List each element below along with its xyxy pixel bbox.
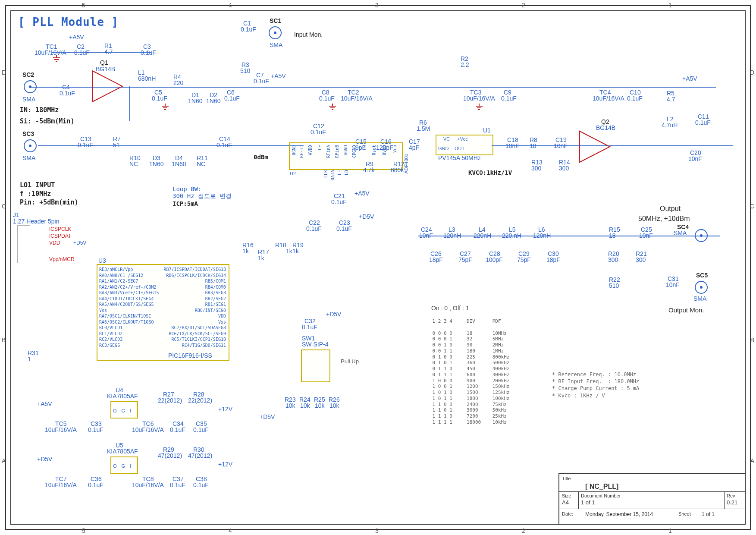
tb-docnum: 1 of 1 [581,499,595,506]
cmp-val: 10k [329,402,339,409]
cmp-val: 75pF [458,256,472,263]
cmp-val: 10uF/16V/A [132,426,164,433]
ic-ref: U3 [98,257,106,264]
gnd-icon [52,55,61,63]
tb-divider [559,491,745,492]
ic-pin: RFinA [326,145,331,158]
ic-pn: SW SIP-4 [302,341,328,348]
cmp-val: 0.1uF [78,142,93,148]
ic-pin: RFinB [335,145,339,158]
col-tick: 3 [375,527,379,534]
ic-pins-left: RE3/nMCLR/Vpp RA0/AN0/C1-/SEG12 RA1/AN1/… [99,267,159,348]
cmp-val: 680nH [138,75,156,82]
col-tick: 1 [668,2,672,9]
ic-pin: CLK [323,170,328,178]
net: ICSPCLK [49,226,71,232]
cmp-val: 4pF [409,144,419,151]
cmp-val: 22(2012) [188,397,212,404]
gnd-icon [160,104,170,111]
row-tick: A [750,457,754,464]
label: LO1 INPUT [20,181,55,189]
tb-size: A4 [562,499,569,506]
sw1 [301,349,330,382]
conn-ref: SC2 [22,71,34,78]
cmp-val: 10uF/16V/A [45,482,77,488]
ic-pin: OUT [455,146,464,151]
label: Output Mon. [668,306,704,314]
cmp-val: 4.7k [363,167,374,173]
cmp-val: 4.7 [667,96,675,103]
rail: +12V [218,461,232,468]
label: On : 0 , Off : 1 [431,305,469,312]
tb-divider [559,509,745,509]
cmp-val: 220nH [474,232,491,239]
ic-pn: KIA7805AF [107,448,138,455]
svg-marker-4 [92,71,122,102]
ic-pins: O G I [113,463,133,469]
gnd-icon [328,104,337,111]
cmp-val: 680k [391,167,404,173]
cmp-val: 220.nH [502,232,521,239]
cmp-val: 1k [286,248,292,255]
col-tick: 4 [229,527,232,534]
col-tick: 4 [229,2,232,9]
cmp-val: NC [197,160,205,167]
cmp-val: 0.1uF [627,95,643,102]
tb-date-label: Date: [562,511,573,516]
cmp-val: 18 [609,232,616,239]
cmp-val: 10nF [688,155,702,162]
net: Vpp/nMCR [49,256,75,262]
label: IN: 180MHz [20,106,59,114]
wire [263,87,496,88]
ic-pin: +Vcc [457,136,468,142]
label: Pull Up [341,358,359,365]
tb-date: Monday, September 15, 2014 [585,511,653,517]
ic-pins: O G I [113,408,133,413]
ic-pin: DATA [330,170,335,180]
conn-ref: SC3 [22,130,34,137]
cmp-val: 510 [609,282,619,289]
cmp-val: 10nF [639,232,653,239]
cmp-val: 300 [531,165,541,172]
cmp-val: 1N60 [172,160,186,167]
svg-point-9 [700,234,703,237]
design-notes: * Reference Freq. : 10.0MHz * RF Input F… [552,371,639,399]
svg-point-3 [274,31,276,34]
conn-type: SMA [22,154,35,161]
rail: +D5V [37,456,52,463]
cmp-val: 2.2 [461,61,469,68]
cmp-val: 510 [240,67,250,74]
cmp-val: 220 [173,79,183,86]
svg-point-1 [29,85,31,88]
ic-pn: PIC16F916-I/SS [168,352,212,359]
cmp-val: 22(2012) [158,397,182,404]
cmp-val: 1k [242,248,249,255]
cmp-val: 47(2012) [188,452,212,459]
col-tick: 5 [82,527,85,534]
ic-pin: VC [443,136,450,142]
cmp-val: 10nF [554,142,568,149]
cmp-val: 300 [608,256,618,263]
ic-pn: BG14B [596,124,615,131]
cmp-val: 1k [258,255,264,261]
cmp-val: 1N60 [206,98,220,104]
cmp-val: 4.7uH [662,122,678,129]
ic-pins-right: RB7/ICSPDAT/ICDDAT/SEG13 RB6/ICSPCLK/ICD… [155,267,226,348]
cmp-val: 0.1uF [216,142,232,148]
tb-size-label: Size [562,493,571,498]
ic-pin: AVDD [308,145,313,155]
row-tick: B [750,337,754,343]
label: Loop BW: [173,186,201,192]
cmp-val: 0.1uF [319,95,335,102]
rail: +A5V [354,190,370,197]
cmp-val: 4.7 [104,48,113,55]
rail: +A5V [69,34,84,41]
row-tick: C [2,203,6,210]
rail: +D5V [359,213,374,220]
tb-docnum-label: Document Number [581,493,621,498]
net: ICSPDAT [49,233,71,239]
cmp-val: 0.1uF [152,95,167,102]
tb-sheet-label: Sheet [678,511,691,516]
sma-icon [22,138,38,154]
rail: +A5V [271,72,286,79]
